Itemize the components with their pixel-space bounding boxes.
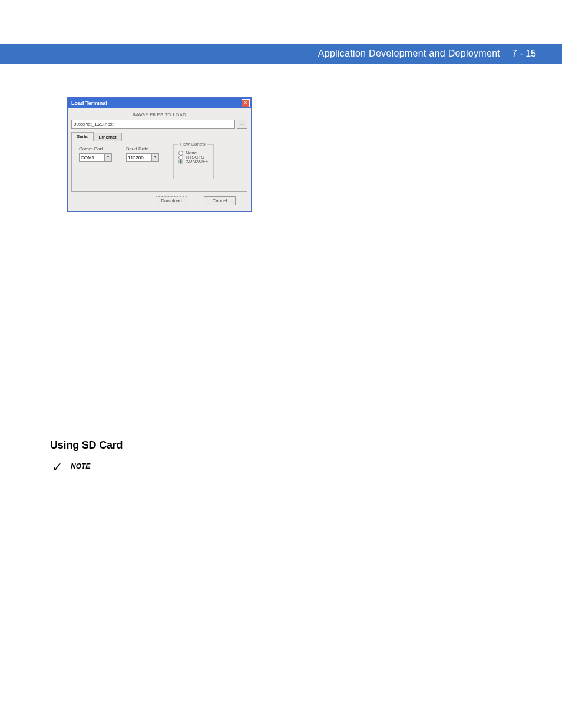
close-icon[interactable]: ×: [242, 99, 250, 107]
radio-icon[interactable]: [178, 159, 183, 164]
tab-area: Serial Ethernet Comm Port ▾ Baud Rate ▾: [71, 132, 247, 192]
radio-xonxoff-label: XONXOFF: [186, 159, 209, 164]
checkmark-icon: ✓: [52, 461, 62, 474]
note-row: ✓ NOTE: [52, 461, 90, 474]
image-file-input[interactable]: [71, 120, 235, 129]
dialog-title: Load Terminal: [71, 100, 107, 106]
comm-port-label: Comm Port: [79, 146, 112, 151]
cancel-button[interactable]: Cancel: [204, 196, 236, 205]
browse-button[interactable]: ...: [237, 120, 247, 129]
header-page-number: 7 - 15: [512, 48, 536, 59]
header-title: Application Development and Deployment: [318, 48, 500, 59]
flow-control-legend: Flow Control: [178, 141, 207, 147]
radio-xonxoff[interactable]: XONXOFF: [178, 159, 209, 164]
comm-port-group: Comm Port ▾: [79, 146, 112, 179]
tab-serial[interactable]: Serial: [71, 132, 94, 140]
note-label: NOTE: [71, 462, 90, 470]
section-heading-sd-card: Using SD Card: [50, 439, 123, 452]
tabs: Serial Ethernet: [71, 132, 247, 140]
dialog-titlebar: Load Terminal ×: [68, 98, 251, 108]
comm-port-combo[interactable]: ▾: [79, 153, 112, 162]
header-band: Application Development and Deployment 7…: [0, 44, 562, 64]
flow-control-fieldset: Flow Control None RTSCTS XONXOFF: [173, 144, 214, 179]
baud-rate-group: Baud Rate ▾: [126, 146, 159, 179]
file-row: ...: [71, 120, 247, 129]
baud-rate-combo[interactable]: ▾: [126, 153, 159, 162]
baud-rate-value[interactable]: [127, 154, 151, 161]
button-row: Download Cancel: [71, 192, 247, 205]
chevron-down-icon[interactable]: ▾: [151, 154, 158, 161]
image-files-label: IMAGE FILES TO LOAD: [71, 112, 247, 117]
comm-port-value[interactable]: [80, 154, 104, 161]
load-terminal-dialog: Load Terminal × IMAGE FILES TO LOAD ... …: [67, 97, 252, 212]
tab-panel-serial: Comm Port ▾ Baud Rate ▾ Flow Control: [71, 140, 247, 192]
chevron-down-icon[interactable]: ▾: [104, 154, 111, 161]
dialog-content: IMAGE FILES TO LOAD ... Serial Ethernet …: [68, 108, 251, 211]
baud-rate-label: Baud Rate: [126, 146, 159, 151]
tab-ethernet[interactable]: Ethernet: [93, 133, 121, 141]
download-button[interactable]: Download: [156, 196, 187, 205]
